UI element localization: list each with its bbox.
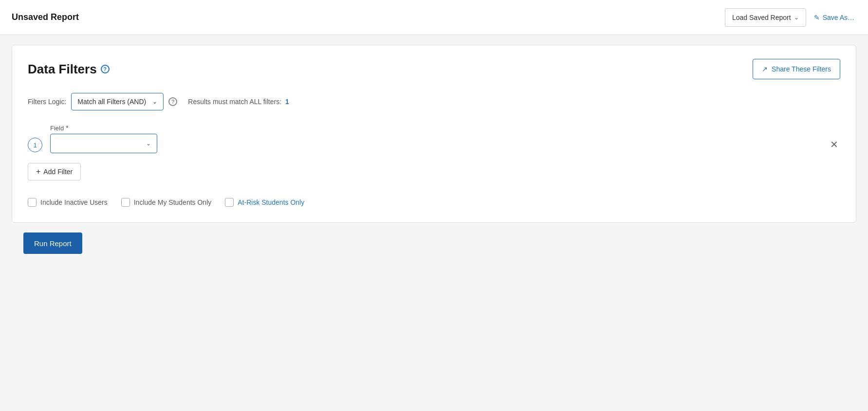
remove-filter-1-button[interactable]: ✕ (828, 138, 840, 151)
results-must-match-label: Results must match ALL filters: 1 (188, 98, 289, 106)
chevron-down-icon: ⌄ (152, 98, 157, 105)
load-saved-report-button[interactable]: Load Saved Report ⌄ (725, 8, 806, 27)
at-risk-students-only-checkbox[interactable]: At-Risk Students Only (225, 198, 304, 207)
page-title: Unsaved Report (12, 12, 79, 22)
load-saved-label: Load Saved Report (732, 14, 791, 21)
filters-logic-value: Match all Filters (AND) (77, 98, 146, 106)
filter-number-1: 1 (28, 138, 42, 152)
filters-logic-select[interactable]: Match all Filters (AND) ⌄ (71, 93, 164, 110)
include-my-students-only-checkbox[interactable]: Include My Students Only (121, 198, 212, 207)
save-as-button[interactable]: ✎ Save As… (812, 8, 856, 27)
run-report-section: Run Report (12, 223, 856, 264)
share-filters-button[interactable]: ↗ Share These Filters (753, 59, 840, 79)
edit-icon: ✎ (814, 14, 820, 21)
save-as-label: Save As… (823, 14, 854, 21)
checkbox-box-my-students[interactable] (121, 198, 130, 207)
filters-logic-row: Filters Logic: Match all Filters (AND) ⌄… (28, 93, 840, 110)
at-risk-students-only-label: At-Risk Students Only (238, 198, 304, 206)
chevron-down-icon: ⌄ (146, 140, 151, 147)
include-my-students-only-label: Include My Students Only (134, 198, 212, 206)
run-report-button[interactable]: Run Report (23, 232, 82, 254)
header-bar: Unsaved Report Load Saved Report ⌄ ✎ Sav… (0, 0, 868, 35)
filters-card: Data Filters ? ↗ Share These Filters Fil… (12, 45, 856, 223)
add-filter-button[interactable]: + Add Filter (28, 163, 81, 180)
checkbox-row: Include Inactive Users Include My Studen… (28, 198, 840, 207)
checkbox-box-inactive[interactable] (28, 198, 37, 207)
add-filter-label: Add Filter (43, 168, 73, 176)
header-actions: Load Saved Report ⌄ ✎ Save As… (725, 8, 856, 27)
run-report-label: Run Report (34, 239, 72, 248)
filter-field-group-1: Field * ⌄ (50, 124, 157, 153)
chevron-down-icon: ⌄ (794, 14, 799, 21)
filter-row-1: 1 Field * ⌄ ✕ (28, 124, 840, 153)
include-inactive-users-label: Include Inactive Users (40, 198, 108, 206)
filters-header: Data Filters ? ↗ Share These Filters (28, 59, 840, 79)
data-filters-help-icon[interactable]: ? (101, 65, 110, 73)
filters-logic-help-icon[interactable]: ? (168, 97, 177, 106)
field-label: Field * (50, 124, 157, 132)
field-select-1[interactable]: ⌄ (50, 134, 157, 153)
main-content: Data Filters ? ↗ Share These Filters Fil… (0, 35, 868, 273)
plus-icon: + (36, 167, 40, 176)
filters-title-group: Data Filters ? (28, 62, 110, 77)
field-required-asterisk: * (66, 124, 68, 132)
results-count: 1 (285, 98, 289, 106)
share-icon: ↗ (762, 65, 768, 73)
checkbox-box-at-risk[interactable] (225, 198, 234, 207)
filters-logic-label: Filters Logic: (28, 98, 66, 106)
filters-title: Data Filters (28, 62, 97, 77)
share-filters-label: Share These Filters (772, 65, 831, 73)
include-inactive-users-checkbox[interactable]: Include Inactive Users (28, 198, 108, 207)
